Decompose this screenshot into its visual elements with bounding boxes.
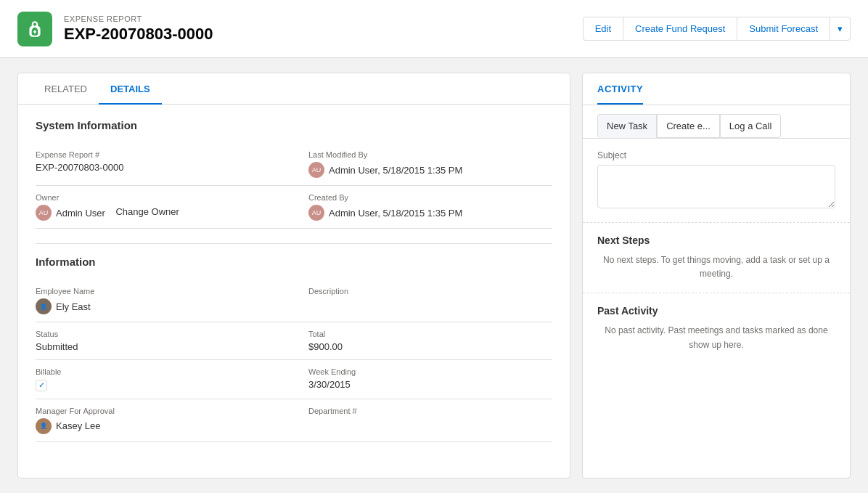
employee-avatar: 👤 [36,298,52,314]
create-fund-request-button[interactable]: Create Fund Request [623,17,737,41]
past-activity-title: Past Activity [597,305,835,317]
page-header: EXPENSE REPORT EXP-20070803-0000 Edit Cr… [0,0,868,58]
billable-label: Billable [36,367,279,376]
billable-value [36,379,279,391]
manager-value: 👤 Kasey Lee [36,418,100,434]
subject-input[interactable] [597,165,835,208]
owner-label: Owner [36,193,279,202]
section-divider [36,243,552,244]
past-activity-section: Past Activity No past activity. Past mee… [583,293,850,363]
activity-panel: ACTIVITY New Task Create e... Log a Call… [582,73,851,478]
status-field: Status Submitted [36,322,294,360]
page-eyebrow: EXPENSE REPORT [64,15,213,23]
week-ending-value: 3/30/2015 [308,379,552,390]
past-activity-empty: No past activity. Past meetings and task… [597,324,835,351]
week-ending-label: Week Ending [308,367,552,376]
employee-name-label: Employee Name [36,287,279,296]
created-by-field: Created By AU Admin User, 5/18/2015 1:35… [294,186,552,229]
week-ending-field: Week Ending 3/30/2015 [294,360,552,399]
created-by-avatar: AU [308,205,324,221]
total-field: Total $900.00 [294,322,552,360]
owner-avatar: AU [36,205,52,221]
tab-details[interactable]: DETAILS [99,73,162,105]
description-label: Description [308,287,552,296]
expense-report-num-field: Expense Report # EXP-20070803-0000 [36,143,294,186]
total-value: $900.00 [308,341,552,352]
header-identity: EXPENSE REPORT EXP-20070803-0000 [17,12,213,46]
information-grid: Employee Name 👤 Ely East Description Sta… [36,280,552,442]
created-by-value: AU Admin User, 5/18/2015 1:35 PM [308,205,462,221]
next-steps-title: Next Steps [597,235,835,246]
description-field: Description [294,280,552,322]
expense-report-num-label: Expense Report # [36,150,279,159]
owner-name[interactable]: Admin User [56,208,105,219]
employee-name-link[interactable]: Ely East [56,301,91,312]
next-steps-section: Next Steps No next steps. To get things … [583,222,850,293]
expense-icon [17,12,52,46]
billable-field: Billable [36,360,294,399]
change-owner-link[interactable]: Change Owner [115,206,179,217]
activity-tab-bar: New Task Create e... Log a Call [583,105,850,139]
owner-field: Owner AU Admin User Change Owner [36,186,294,229]
new-task-tab[interactable]: New Task [597,114,657,138]
employee-name-field: Employee Name 👤 Ely East [36,280,294,322]
created-by-label: Created By [308,193,552,202]
employee-name-value: 👤 Ely East [36,298,91,314]
status-label: Status [36,330,279,338]
create-event-tab[interactable]: Create e... [657,114,720,138]
header-actions: Edit Create Fund Request Submit Forecast… [583,17,851,41]
status-value: Submitted [36,341,279,352]
money-bag-icon [25,20,44,38]
last-modified-field: Last Modified By AU Admin User, 5/18/201… [294,143,552,186]
last-modified-label: Last Modified By [308,150,552,159]
manager-avatar: 👤 [36,418,52,434]
edit-button[interactable]: Edit [583,17,623,41]
activity-title: ACTIVITY [597,83,643,105]
actions-dropdown-button[interactable]: ▾ [830,17,851,41]
chevron-down-icon: ▾ [838,23,843,34]
department-field: Department # [294,399,552,442]
system-info-title: System Information [36,119,552,131]
detail-tabs: RELATED DETAILS [18,73,570,105]
last-modified-avatar: AU [308,162,324,178]
activity-header: ACTIVITY [583,73,850,105]
billable-checkbox [36,380,47,391]
submit-forecast-button[interactable]: Submit Forecast [737,17,830,41]
manager-field: Manager For Approval 👤 Kasey Lee [36,399,294,442]
log-call-tab[interactable]: Log a Call [720,114,782,138]
manager-name-link[interactable]: Kasey Lee [56,420,100,431]
information-title: Information [36,256,552,268]
page-title: EXP-20070803-0000 [64,25,213,44]
details-content: System Information Expense Report # EXP-… [18,105,570,457]
total-label: Total [308,330,552,338]
subject-label: Subject [597,150,835,160]
owner-value: AU Admin User Change Owner [36,205,279,221]
main-layout: RELATED DETAILS System Information Expen… [0,58,868,493]
last-modified-value: AU Admin User, 5/18/2015 1:35 PM [308,162,462,178]
header-text-block: EXPENSE REPORT EXP-20070803-0000 [64,15,213,44]
next-steps-empty: No next steps. To get things moving, add… [597,253,835,281]
tab-related[interactable]: RELATED [33,73,99,105]
manager-label: Manager For Approval [36,407,279,415]
activity-body: Subject [583,139,850,222]
system-info-grid: Expense Report # EXP-20070803-0000 Last … [36,143,552,229]
detail-panel: RELATED DETAILS System Information Expen… [17,73,570,478]
department-label: Department # [308,407,552,415]
expense-report-num-value: EXP-20070803-0000 [36,162,279,173]
